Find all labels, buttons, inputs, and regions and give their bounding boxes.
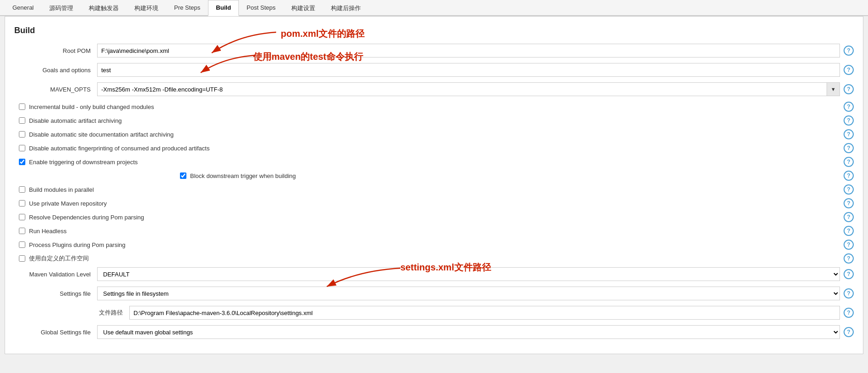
checkbox-parallel-label: Build modules in parallel xyxy=(29,186,94,193)
checkbox-private-maven-label: Use private Maven repository xyxy=(29,200,107,207)
settings-file-label: Settings file xyxy=(14,290,97,297)
global-settings-select[interactable]: Use default maven global settings xyxy=(97,325,840,339)
checkbox-disable-fingerprint-row: Disable automatic fingerprinting of cons… xyxy=(19,143,854,153)
enable-downstream-help-icon[interactable]: ? xyxy=(844,157,854,167)
tab-pre-steps[interactable]: Pre Steps xyxy=(166,0,208,16)
tab-build-settings[interactable]: 构建设置 xyxy=(284,0,323,16)
settings-file-row: Settings file Settings file in filesyste… xyxy=(14,287,854,300)
checkbox-incremental-label: Incremental build - only build changed m… xyxy=(29,103,154,110)
checkbox-disable-archiving-label: Disable automatic artifact archiving xyxy=(29,117,122,124)
checkbox-resolve-deps[interactable] xyxy=(19,214,25,220)
tab-source-mgmt[interactable]: 源码管理 xyxy=(41,0,81,16)
file-path-row: 文件路径 ? xyxy=(97,306,854,320)
file-path-input[interactable] xyxy=(129,306,840,320)
global-settings-row: Global Settings file Use default maven g… xyxy=(14,325,854,339)
checkbox-process-plugins[interactable] xyxy=(19,241,25,248)
custom-workspace-help-icon[interactable]: ? xyxy=(844,253,854,264)
checkbox-process-plugins-row: Process Plugins during Pom parsing ? xyxy=(19,240,854,250)
checkbox-resolve-deps-label: Resolve Dependencies during Pom parsing xyxy=(29,214,144,221)
tab-post-build[interactable]: 构建后操作 xyxy=(323,0,369,16)
root-pom-help-icon[interactable]: ? xyxy=(844,46,854,56)
global-settings-select-wrap: Use default maven global settings xyxy=(97,325,840,339)
content-area: Build Root POM ? Goals and options ? MAV… xyxy=(5,16,863,354)
settings-file-help-icon[interactable]: ? xyxy=(844,288,854,298)
checkbox-parallel-row: Build modules in parallel ? xyxy=(19,184,854,195)
checkbox-disable-fingerprint-label: Disable automatic fingerprinting of cons… xyxy=(29,145,209,152)
goals-label: Goals and options xyxy=(14,67,97,74)
checkbox-enable-downstream-label: Enable triggering of downstream projects xyxy=(29,159,138,166)
maven-validation-row: Maven Validation Level DEFAULT ? xyxy=(14,267,854,281)
checkbox-custom-workspace-row: 使用自定义的工作空间 ? xyxy=(19,253,854,264)
sub-checkbox-label: Block downstream trigger when building xyxy=(190,172,296,179)
parallel-help-icon[interactable]: ? xyxy=(844,184,854,195)
process-plugins-help-icon[interactable]: ? xyxy=(844,240,854,250)
block-downstream-help-icon[interactable]: ? xyxy=(844,171,854,181)
maven-opts-label: MAVEN_OPTS xyxy=(14,86,97,93)
checkbox-disable-archiving-row: Disable automatic artifact archiving ? xyxy=(19,115,854,126)
checkbox-enable-downstream[interactable] xyxy=(19,159,25,165)
checkbox-custom-workspace[interactable] xyxy=(19,255,25,262)
file-path-help-icon[interactable]: ? xyxy=(844,308,854,318)
tab-build-trigger[interactable]: 构建触发器 xyxy=(81,0,127,16)
checkbox-block-downstream[interactable] xyxy=(180,172,186,179)
goals-input[interactable] xyxy=(97,63,840,77)
disable-fingerprint-help-icon[interactable]: ? xyxy=(844,143,854,153)
maven-validation-select-wrap: DEFAULT xyxy=(97,267,840,281)
disable-site-help-icon[interactable]: ? xyxy=(844,129,854,139)
maven-opts-input[interactable] xyxy=(97,82,827,96)
checkbox-run-headless[interactable] xyxy=(19,228,25,234)
root-pom-input[interactable] xyxy=(97,44,840,57)
checkbox-process-plugins-label: Process Plugins during Pom parsing xyxy=(29,241,126,248)
checkbox-disable-site[interactable] xyxy=(19,131,25,138)
checkbox-run-headless-row: Run Headless ? xyxy=(19,226,854,236)
maven-opts-help-icon[interactable]: ? xyxy=(844,84,854,94)
maven-validation-help-icon[interactable]: ? xyxy=(844,269,854,279)
settings-file-select[interactable]: Settings file in filesystem xyxy=(97,287,840,300)
goals-help-icon[interactable]: ? xyxy=(844,65,854,75)
checkbox-disable-fingerprint[interactable] xyxy=(19,145,25,151)
maven-opts-dropdown-btn[interactable]: ▼ xyxy=(827,82,840,96)
global-settings-help-icon[interactable]: ? xyxy=(844,327,854,337)
global-settings-label: Global Settings file xyxy=(14,329,97,336)
tab-post-steps[interactable]: Post Steps xyxy=(239,0,284,16)
checkbox-disable-site-label: Disable automatic site documentation art… xyxy=(29,131,174,138)
checkbox-disable-site-row: Disable automatic site documentation art… xyxy=(19,129,854,139)
checkbox-incremental-row: Incremental build - only build changed m… xyxy=(19,102,854,112)
root-pom-label: Root POM xyxy=(14,47,97,54)
checkbox-private-maven[interactable] xyxy=(19,200,25,207)
maven-validation-select[interactable]: DEFAULT xyxy=(97,267,840,281)
tab-general[interactable]: General xyxy=(5,0,41,16)
sub-checkbox-row: Block downstream trigger when building ? xyxy=(180,171,854,181)
checkbox-enable-downstream-row: Enable triggering of downstream projects… xyxy=(19,157,854,167)
checkbox-custom-workspace-label: 使用自定义的工作空间 xyxy=(29,254,89,263)
maven-opts-row: MAVEN_OPTS ▼ ? xyxy=(14,82,854,96)
maven-opts-input-wrap: ▼ xyxy=(97,82,840,96)
checkbox-resolve-deps-row: Resolve Dependencies during Pom parsing … xyxy=(19,212,854,222)
private-maven-help-icon[interactable]: ? xyxy=(844,198,854,208)
goals-row: Goals and options ? xyxy=(14,63,854,77)
checkbox-private-maven-row: Use private Maven repository ? xyxy=(19,198,854,208)
root-pom-row: Root POM ? xyxy=(14,44,854,57)
maven-validation-label: Maven Validation Level xyxy=(14,271,97,278)
checkbox-parallel[interactable] xyxy=(19,186,25,193)
checkbox-run-headless-label: Run Headless xyxy=(29,228,67,235)
tab-build[interactable]: Build xyxy=(208,0,239,16)
checkbox-incremental[interactable] xyxy=(19,103,25,110)
tab-build-env[interactable]: 构建环境 xyxy=(127,0,166,16)
incremental-help-icon[interactable]: ? xyxy=(844,102,854,112)
run-headless-help-icon[interactable]: ? xyxy=(844,226,854,236)
checkbox-disable-archiving[interactable] xyxy=(19,117,25,124)
resolve-deps-help-icon[interactable]: ? xyxy=(844,212,854,222)
section-title: Build xyxy=(14,26,854,35)
file-path-label: 文件路径 xyxy=(97,309,129,317)
tabs-bar: General 源码管理 构建触发器 构建环境 Pre Steps Build … xyxy=(0,0,868,16)
disable-archiving-help-icon[interactable]: ? xyxy=(844,115,854,126)
settings-file-select-wrap: Settings file in filesystem xyxy=(97,287,840,300)
